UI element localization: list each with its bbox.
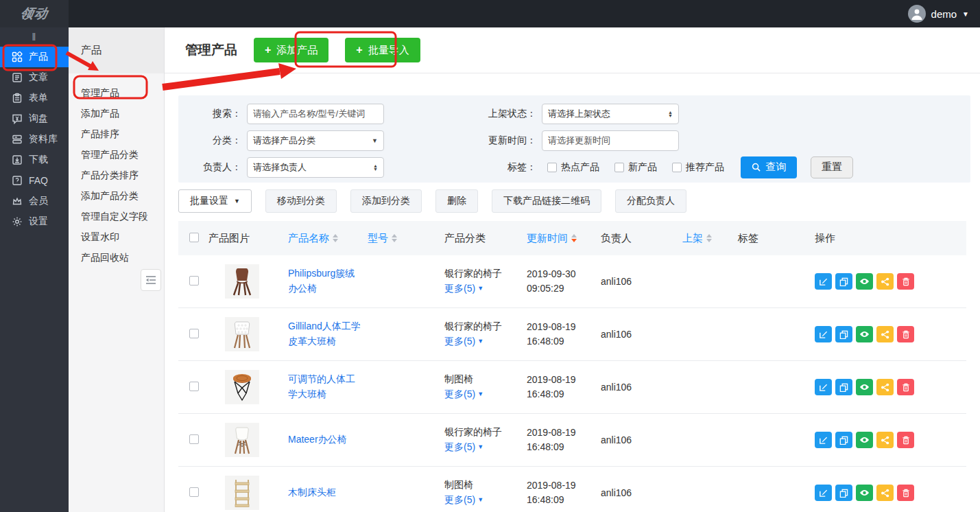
- share-button[interactable]: [876, 432, 894, 448]
- col-header-name-sort[interactable]: 产品名称: [288, 232, 338, 245]
- download-qr-button[interactable]: 下载产品链接二维码: [492, 189, 601, 213]
- owner-select[interactable]: 请选择负责人 ▲▼: [247, 157, 384, 178]
- category-select[interactable]: 请选择产品分类 ▼: [247, 130, 384, 151]
- query-button[interactable]: 查询: [741, 156, 797, 178]
- product-name-link[interactable]: 可调节的人体工学大班椅: [288, 372, 362, 402]
- sidebar-item-faq[interactable]: FAQ: [0, 170, 69, 191]
- recommend-product-checkbox[interactable]: [672, 163, 682, 172]
- preview-eye-button[interactable]: [856, 485, 873, 501]
- submenu-item-manage-categories[interactable]: 管理产品分类: [69, 145, 164, 165]
- sidebar-item-inquiries[interactable]: 询盘: [0, 108, 69, 129]
- sidebar-item-forms[interactable]: 表单: [0, 88, 69, 108]
- sidebar-item-label: 产品: [29, 51, 48, 63]
- more-categories-link[interactable]: 更多(5)▼: [444, 492, 483, 507]
- user-menu[interactable]: demo ▼: [908, 0, 969, 27]
- search-input[interactable]: [247, 104, 384, 124]
- delete-row-button[interactable]: [897, 379, 914, 395]
- share-button[interactable]: [876, 326, 894, 342]
- move-to-category-button[interactable]: 移动到分类: [265, 189, 337, 213]
- add-product-button[interactable]: + 添加产品: [254, 38, 328, 62]
- tag-option-new[interactable]: 新产品: [614, 161, 657, 174]
- assign-owner-button[interactable]: 分配负责人: [615, 189, 686, 213]
- sidebar-item-label: 文章: [29, 71, 48, 84]
- submenu-item-product-sort[interactable]: 产品排序: [69, 124, 164, 145]
- row-checkbox[interactable]: [189, 487, 199, 497]
- delete-row-button[interactable]: [897, 326, 914, 342]
- member-crown-icon: [11, 196, 23, 207]
- submenu-collapse-button[interactable]: [141, 269, 161, 291]
- submenu-item-custom-fields[interactable]: 管理自定义字段: [69, 207, 164, 227]
- status-select[interactable]: 请选择上架状态 ▲▼: [542, 104, 679, 124]
- select-all-checkbox[interactable]: [189, 233, 199, 242]
- submenu-item-watermark[interactable]: 设置水印: [69, 227, 164, 248]
- edit-button[interactable]: [815, 326, 832, 342]
- select-dual-caret-icon: ▲▼: [668, 110, 673, 117]
- search-icon: [752, 163, 761, 172]
- preview-eye-button[interactable]: [856, 326, 873, 342]
- app-logo[interactable]: 领动: [0, 0, 69, 27]
- more-categories-link[interactable]: 更多(5)▼: [444, 386, 483, 402]
- row-checkbox[interactable]: [189, 329, 199, 338]
- submenu-item-add-product[interactable]: 添加产品: [69, 104, 164, 124]
- sidebar-item-settings[interactable]: 设置: [0, 211, 69, 232]
- col-header-image: 产品图片: [206, 232, 285, 245]
- row-checkbox[interactable]: [189, 434, 199, 444]
- col-header-status-sort[interactable]: 上架: [682, 232, 712, 245]
- tag-option-hot[interactable]: 热点产品: [547, 161, 599, 174]
- row-checkbox[interactable]: [189, 276, 199, 286]
- copy-button[interactable]: [835, 485, 852, 501]
- share-button[interactable]: [876, 379, 894, 395]
- share-button[interactable]: [876, 485, 894, 501]
- sidebar-item-label: 询盘: [29, 113, 48, 125]
- batch-import-button[interactable]: + 批量导入: [345, 38, 420, 62]
- copy-button[interactable]: [835, 432, 852, 448]
- delete-row-button[interactable]: [897, 273, 914, 290]
- batch-set-button[interactable]: 批量设置 ▼: [178, 189, 252, 213]
- product-name-link[interactable]: Gilliland人体工学皮革大班椅: [288, 319, 362, 349]
- copy-button[interactable]: [835, 379, 852, 395]
- sidebar-collapse-handle[interactable]: ‖: [0, 27, 69, 47]
- submenu-item-add-category[interactable]: 添加产品分类: [69, 186, 164, 207]
- share-button[interactable]: [876, 273, 894, 290]
- submenu-item-manage-products[interactable]: 管理产品: [69, 83, 164, 104]
- hot-product-checkbox[interactable]: [547, 163, 557, 172]
- edit-button[interactable]: [815, 273, 832, 290]
- preview-eye-button[interactable]: [856, 273, 873, 290]
- sidebar-item-products[interactable]: 产品: [0, 47, 69, 67]
- submenu-item-recycle-bin[interactable]: 产品回收站: [69, 248, 164, 268]
- product-category: 银行家的椅子: [444, 319, 525, 334]
- sidebar-item-downloads[interactable]: 下载: [0, 150, 69, 170]
- product-updated: 2019-09-30 09:05:29: [525, 267, 599, 296]
- new-product-checkbox[interactable]: [614, 163, 624, 172]
- more-categories-link[interactable]: 更多(5)▼: [444, 439, 483, 454]
- table-row: Gilliland人体工学皮革大班椅 银行家的椅子 更多(5)▼ 2019-08…: [178, 308, 966, 361]
- more-categories-link[interactable]: 更多(5)▼: [444, 334, 483, 349]
- submenu-item-category-sort[interactable]: 产品分类排序: [69, 165, 164, 186]
- product-name-link[interactable]: Philipsburg簇绒办公椅: [288, 266, 362, 296]
- copy-button[interactable]: [835, 273, 852, 290]
- sidebar-item-members[interactable]: 会员: [0, 191, 69, 211]
- reset-button[interactable]: 重置: [811, 156, 853, 178]
- preview-eye-button[interactable]: [856, 432, 873, 448]
- update-time-input[interactable]: [542, 130, 679, 151]
- product-name-link[interactable]: 木制床头柜: [288, 485, 336, 500]
- product-name-link[interactable]: Mateer办公椅: [288, 432, 347, 447]
- col-header-model-sort[interactable]: 型号: [368, 232, 397, 245]
- copy-button[interactable]: [835, 326, 852, 342]
- col-header-updated-sort[interactable]: 更新时间: [527, 232, 577, 245]
- edit-button[interactable]: [815, 379, 832, 395]
- delete-button[interactable]: 删除: [435, 189, 478, 213]
- delete-row-button[interactable]: [897, 485, 914, 501]
- sidebar-item-library[interactable]: 资料库: [0, 129, 69, 150]
- sidebar-item-articles[interactable]: 文章: [0, 67, 69, 88]
- edit-button[interactable]: [815, 485, 832, 501]
- delete-row-button[interactable]: [897, 432, 914, 448]
- product-owner: anli106: [599, 434, 680, 445]
- edit-button[interactable]: [815, 432, 832, 448]
- tag-option-recommend[interactable]: 推荐产品: [672, 161, 724, 174]
- more-categories-link[interactable]: 更多(5)▼: [444, 281, 483, 296]
- preview-eye-button[interactable]: [856, 379, 873, 395]
- bulk-actions-bar: 批量设置 ▼ 移动到分类 添加到分类 删除 下载产品链接二维码 分配负责人: [178, 189, 686, 213]
- add-to-category-button[interactable]: 添加到分类: [350, 189, 422, 213]
- row-checkbox[interactable]: [189, 382, 199, 391]
